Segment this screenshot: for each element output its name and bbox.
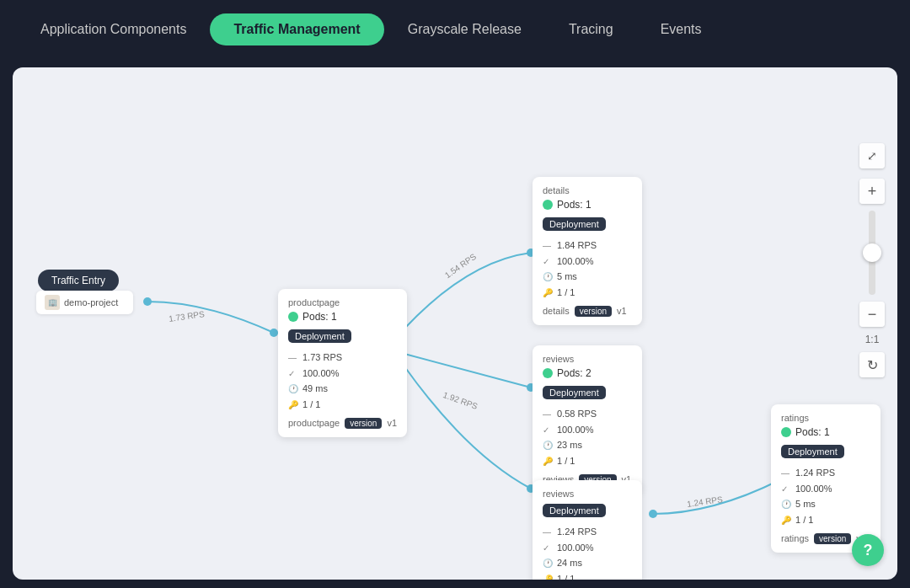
- traffic-entry-node[interactable]: Traffic Entry: [38, 270, 119, 291]
- node-reviews-top-pods: Pods: 2: [543, 367, 632, 379]
- main-canvas: 1.73 RPS 1.54 RPS 1.92 RPS 1.24 RPS Traf…: [13, 67, 897, 580]
- deployment-badge: Deployment: [288, 329, 351, 343]
- zoom-slider-thumb[interactable]: [863, 243, 881, 262]
- node-productpage-stats: —1.73 RPS ✓100.00% 🕐49 ms 🔑1 / 1: [288, 350, 397, 413]
- nav-bar: Application Components Traffic Managemen…: [0, 0, 910, 59]
- nav-item-tracing[interactable]: Tracing: [545, 13, 637, 45]
- nav-item-grayscale[interactable]: Grayscale Release: [384, 13, 545, 45]
- edge-label-4: 1.24 RPS: [686, 494, 723, 509]
- help-button[interactable]: ?: [852, 534, 884, 566]
- edge-label-1: 1.73 RPS: [168, 309, 205, 323]
- pod-dot: [543, 368, 553, 378]
- node-reviews-bottom[interactable]: reviews Deployment —1.24 RPS ✓100.00% 🕐2…: [533, 480, 642, 580]
- nav-item-traffic-management[interactable]: Traffic Management: [210, 13, 383, 45]
- topology-svg: [13, 67, 897, 580]
- pod-dot: [781, 427, 791, 437]
- demo-icon: 🏢: [45, 295, 60, 310]
- node-productpage-version: productpage version v1: [288, 418, 397, 429]
- node-ratings[interactable]: ratings Pods: 1 Deployment —1.24 RPS ✓10…: [771, 404, 881, 553]
- zoom-in-button[interactable]: +: [859, 179, 885, 204]
- node-reviews-bottom-label: reviews: [543, 489, 632, 499]
- fullscreen-button[interactable]: ⤢: [859, 143, 885, 168]
- edge-label-3: 1.92 RPS: [442, 390, 479, 411]
- deployment-badge: Deployment: [543, 504, 606, 517]
- zoom-controls: ⤢ + − 1:1 ↻: [859, 143, 885, 377]
- node-reviews-top[interactable]: reviews Pods: 2 Deployment —0.58 RPS ✓10…: [533, 345, 642, 494]
- edge-label-2: 1.54 RPS: [443, 252, 478, 281]
- node-ratings-pods: Pods: 1: [781, 426, 870, 438]
- node-details[interactable]: details Pods: 1 Deployment —1.84 RPS ✓10…: [533, 177, 642, 325]
- node-productpage-pods: Pods: 1: [288, 311, 397, 323]
- node-details-version: details version v1: [543, 306, 632, 317]
- deployment-badge: Deployment: [781, 445, 844, 458]
- pod-dot: [288, 312, 298, 322]
- node-productpage[interactable]: productpage Pods: 1 Deployment —1.73 RPS…: [278, 289, 407, 437]
- refresh-button[interactable]: ↻: [859, 352, 885, 377]
- svg-point-6: [649, 510, 657, 518]
- node-reviews-top-stats: —0.58 RPS ✓100.00% 🕐23 ms 🔑1 / 1: [543, 406, 632, 469]
- node-productpage-label: productpage: [288, 297, 397, 307]
- deployment-badge: Deployment: [543, 386, 606, 399]
- node-details-pods: Pods: 1: [543, 199, 632, 211]
- zoom-slider-track[interactable]: [869, 211, 875, 295]
- nav-item-events[interactable]: Events: [637, 13, 725, 45]
- pod-dot: [543, 200, 553, 210]
- deployment-badge: Deployment: [543, 217, 606, 231]
- zoom-out-button[interactable]: −: [859, 302, 885, 327]
- node-ratings-label: ratings: [781, 413, 870, 423]
- zoom-ratio-label: 1:1: [865, 334, 880, 345]
- node-ratings-stats: —1.24 RPS ✓100.00% 🕐5 ms 🔑1 / 1: [781, 465, 870, 528]
- node-details-label: details: [543, 185, 632, 195]
- nav-item-app-components[interactable]: Application Components: [17, 13, 210, 45]
- node-details-stats: —1.84 RPS ✓100.00% 🕐5 ms 🔑1 / 1: [543, 238, 632, 301]
- svg-point-0: [270, 329, 278, 337]
- node-reviews-top-label: reviews: [543, 354, 632, 364]
- svg-point-1: [143, 297, 152, 306]
- node-reviews-bottom-stats: —1.24 RPS ✓100.00% 🕐24 ms 🔑1 / 1: [543, 524, 632, 580]
- traffic-entry-sub: 🏢 demo-project: [36, 291, 133, 314]
